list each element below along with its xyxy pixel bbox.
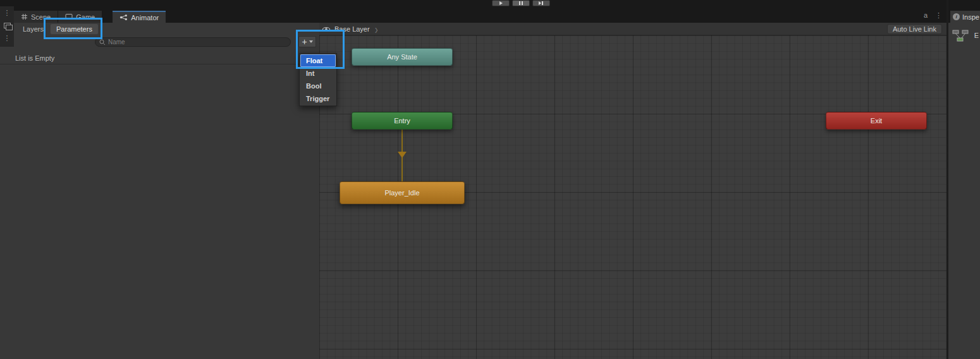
tab-animator-label: Animator [131, 14, 159, 21]
tab-group: Scene Game Animator [14, 6, 946, 23]
pause-icon [522, 1, 523, 5]
step-icon [539, 1, 541, 5]
step-button[interactable] [532, 0, 550, 6]
pause-button[interactable] [512, 0, 530, 6]
breadcrumb-base-layer[interactable]: Base Layer › [319, 23, 381, 34]
play-button[interactable] [492, 0, 510, 6]
dock-icon [4, 23, 11, 28]
breadcrumb-chevron-icon: › [375, 21, 378, 36]
tab-game[interactable]: Game [58, 11, 102, 23]
unity-animator-window: ⋮ ⋮ Scene Game Animator a ⋮ Layers [0, 0, 980, 359]
play-icon [499, 1, 503, 5]
auto-live-link-button[interactable]: Auto Live Link [887, 24, 942, 34]
eye-icon[interactable] [322, 26, 331, 32]
node-player-idle[interactable]: Player_Idle [340, 181, 465, 204]
state-machine-canvas[interactable]: Base Layer › Auto Live Link Any State En… [319, 23, 946, 359]
add-parameter-button[interactable]: + [298, 36, 316, 47]
dropdown-item-trigger[interactable]: Trigger [300, 92, 336, 105]
inspector-panel: i Inspe E [948, 6, 980, 359]
caret-down-icon [309, 40, 313, 43]
tab-inspector[interactable]: i Inspe [950, 11, 980, 23]
game-icon [65, 13, 73, 20]
left-icon-strip: ⋮ ⋮ [0, 6, 14, 47]
empty-list-label: List is Empty [15, 54, 54, 62]
tab-scene-label: Scene [31, 13, 51, 21]
lock-icon[interactable]: a [924, 11, 928, 20]
parameters-panel-header: Layers Parameters [0, 23, 319, 35]
window-controls: a ⋮ [924, 11, 942, 20]
animator-icon [119, 14, 128, 21]
transport-controls [492, 0, 550, 6]
window-menu-icon[interactable]: ⋮ [935, 11, 942, 20]
parameter-type-dropdown: Float Int Bool Trigger [299, 53, 337, 106]
node-exit[interactable]: Exit [826, 112, 927, 130]
scene-grid-icon [21, 13, 28, 20]
pause-icon [519, 1, 520, 5]
node-any-state[interactable]: Any State [352, 48, 453, 66]
dropdown-item-bool[interactable]: Bool [300, 80, 336, 92]
info-icon: i [953, 13, 960, 20]
panel-divider [0, 64, 319, 64]
inspector-tab-label: Inspe [962, 13, 979, 21]
parameter-search-field[interactable] [95, 37, 291, 47]
breadcrumb-bar: Base Layer › Auto Live Link [319, 23, 946, 35]
tab-layers[interactable]: Layers [23, 25, 44, 33]
inspector-body: E [948, 23, 980, 359]
transition-arrowhead-icon[interactable] [398, 152, 407, 158]
kebab-menu-icon[interactable]: ⋮ [0, 6, 14, 19]
kebab-menu-icon[interactable]: ⋮ [0, 32, 14, 44]
tab-parameters[interactable]: Parameters [50, 23, 99, 35]
tab-animator[interactable]: Animator [113, 11, 166, 23]
search-icon [99, 39, 106, 46]
inspector-tab-row: i Inspe [948, 6, 980, 23]
dropdown-item-float[interactable]: Float [300, 54, 336, 67]
tab-game-label: Game [76, 13, 95, 21]
node-entry[interactable]: Entry [352, 112, 453, 130]
search-input[interactable] [108, 39, 286, 46]
parameters-panel: Layers Parameters + List is Empty [0, 23, 319, 359]
editor-tab-bar: Scene Game Animator a ⋮ [14, 6, 946, 23]
tab-scene[interactable]: Scene [14, 11, 58, 23]
inspector-partial-label: E [974, 32, 979, 39]
dropdown-item-int[interactable]: Int [300, 67, 336, 80]
plus-icon: + [302, 37, 307, 46]
dock-icon[interactable] [0, 19, 14, 32]
top-toolbar [0, 0, 980, 6]
step-icon [542, 1, 543, 5]
breadcrumb-label: Base Layer [334, 25, 370, 33]
animator-controller-icon [952, 29, 969, 43]
